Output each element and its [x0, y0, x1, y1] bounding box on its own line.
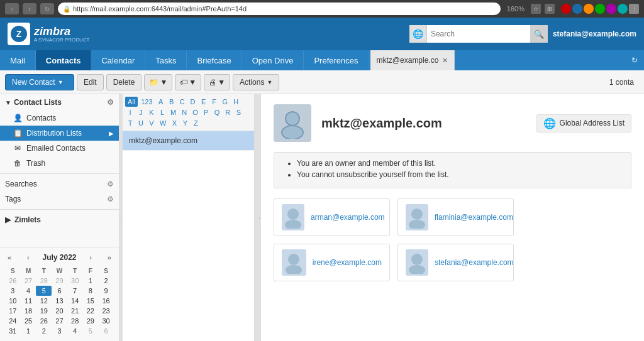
- address-bar[interactable]: 🔒 https://mail.example.com:6443/mail/adm…: [58, 3, 501, 15]
- alpha-btn-123[interactable]: 123: [138, 97, 155, 107]
- cal-day-5-3[interactable]: 3: [52, 326, 67, 336]
- nav-briefcase[interactable]: Briefcase: [187, 50, 242, 70]
- cal-day-4-6[interactable]: 30: [98, 316, 114, 326]
- sidebar-distribution-lists[interactable]: 📋 Distribution Lists ▶: [0, 126, 119, 141]
- alpha-btn-e[interactable]: E: [199, 97, 209, 107]
- nav-calendar[interactable]: Calendar: [91, 50, 145, 70]
- search-input[interactable]: [427, 30, 530, 38]
- alpha-btn-t[interactable]: T: [125, 118, 135, 128]
- nav-contacts[interactable]: Contacts: [36, 50, 92, 70]
- sidebar-zimlets[interactable]: ▶ Zimlets: [0, 212, 119, 227]
- alpha-btn-y[interactable]: Y: [180, 118, 190, 128]
- cal-day-3-4[interactable]: 21: [67, 306, 83, 316]
- back-button[interactable]: ‹: [5, 3, 19, 14]
- cal-day-0-5[interactable]: 1: [83, 276, 99, 286]
- cal-day-0-4[interactable]: 30: [67, 276, 83, 286]
- cal-day-3-1[interactable]: 18: [21, 306, 36, 316]
- tag-button[interactable]: 🏷 ▼: [175, 74, 201, 90]
- cal-day-3-6[interactable]: 23: [98, 306, 114, 316]
- cal-day-3-5[interactable]: 22: [83, 306, 99, 316]
- alpha-btn-i[interactable]: I: [125, 107, 135, 117]
- cal-day-0-0[interactable]: 26: [5, 276, 21, 286]
- cal-day-2-5[interactable]: 15: [83, 296, 99, 306]
- tags-gear-icon[interactable]: ⚙: [107, 195, 114, 203]
- member-email[interactable]: irene@example.com: [313, 258, 382, 267]
- cal-day-5-4[interactable]: 4: [67, 326, 83, 336]
- cal-day-5-1[interactable]: 1: [21, 326, 36, 336]
- close-tab-button[interactable]: ✕: [442, 57, 448, 65]
- cal-day-4-2[interactable]: 26: [36, 316, 52, 326]
- alpha-btn-f[interactable]: F: [209, 97, 219, 107]
- alpha-btn-n[interactable]: N: [179, 107, 189, 117]
- cal-day-1-6[interactable]: 9: [98, 286, 114, 296]
- cal-day-5-5[interactable]: 5: [83, 326, 99, 336]
- cal-day-1-4[interactable]: 7: [67, 286, 83, 296]
- cal-day-0-2[interactable]: 28: [36, 276, 52, 286]
- print-button[interactable]: 🖨 ▼: [204, 74, 230, 90]
- alpha-btn-w[interactable]: W: [157, 118, 169, 128]
- cal-next-button[interactable]: ›: [87, 252, 94, 263]
- alpha-btn-h[interactable]: H: [231, 97, 241, 107]
- cal-day-5-2[interactable]: 2: [36, 326, 52, 336]
- cal-day-4-4[interactable]: 28: [67, 316, 83, 326]
- alpha-btn-g[interactable]: G: [220, 97, 231, 107]
- contact-item[interactable]: mktz@example.com: [123, 131, 254, 151]
- cal-day-3-0[interactable]: 17: [5, 306, 21, 316]
- cal-day-3-2[interactable]: 19: [36, 306, 52, 316]
- alpha-btn-p[interactable]: P: [201, 107, 211, 117]
- alpha-btn-r[interactable]: R: [223, 107, 233, 117]
- alpha-btn-a[interactable]: A: [156, 97, 166, 107]
- member-card[interactable]: stefania@example.com: [397, 244, 514, 281]
- sidebar-emailed-contacts[interactable]: ✉ Emailed Contacts: [0, 141, 119, 156]
- cal-day-4-1[interactable]: 25: [21, 316, 36, 326]
- member-email[interactable]: arman@example.com: [311, 213, 385, 222]
- cal-day-4-5[interactable]: 29: [83, 316, 99, 326]
- cal-day-1-1[interactable]: 4: [21, 286, 36, 296]
- nav-open-tab[interactable]: mktz@example.co ✕: [370, 50, 455, 70]
- cal-day-1-2[interactable]: 5: [36, 286, 52, 296]
- alpha-btn-q[interactable]: Q: [212, 107, 223, 117]
- cal-day-0-1[interactable]: 27: [21, 276, 36, 286]
- forward-button[interactable]: ›: [23, 3, 36, 14]
- member-card[interactable]: arman@example.com: [274, 198, 390, 236]
- cal-day-2-4[interactable]: 14: [67, 296, 83, 306]
- sidebar-contacts[interactable]: 👤 Contacts: [0, 111, 119, 126]
- search-globe-icon[interactable]: 🌐: [409, 25, 427, 43]
- alpha-btn-all[interactable]: All: [125, 97, 138, 107]
- cal-day-5-6[interactable]: 6: [98, 326, 114, 336]
- cal-day-3-3[interactable]: 20: [52, 306, 67, 316]
- alpha-btn-x[interactable]: X: [169, 118, 179, 128]
- alpha-btn-m[interactable]: M: [168, 107, 179, 117]
- cal-day-2-2[interactable]: 12: [36, 296, 52, 306]
- cal-day-2-1[interactable]: 11: [21, 296, 36, 306]
- member-card[interactable]: irene@example.com: [274, 244, 390, 281]
- alpha-btn-u[interactable]: U: [136, 118, 146, 128]
- cal-day-4-0[interactable]: 24: [5, 316, 21, 326]
- cal-day-4-3[interactable]: 27: [52, 316, 67, 326]
- nav-tasks[interactable]: Tasks: [145, 50, 187, 70]
- cal-prev-button[interactable]: ‹: [25, 252, 32, 263]
- cal-next-next-button[interactable]: »: [105, 252, 114, 263]
- searches-gear-icon[interactable]: ⚙: [107, 180, 114, 188]
- nav-open-drive[interactable]: Open Drive: [242, 50, 304, 70]
- delete-button[interactable]: Delete: [106, 74, 142, 90]
- browser-menu[interactable]: ⋮: [629, 4, 639, 14]
- alpha-btn-d[interactable]: D: [188, 97, 198, 107]
- alpha-btn-b[interactable]: B: [167, 97, 177, 107]
- reload-button[interactable]: ↻: [40, 3, 54, 14]
- alpha-btn-o[interactable]: O: [190, 107, 201, 117]
- alpha-btn-s[interactable]: S: [233, 107, 243, 117]
- alpha-btn-j[interactable]: J: [136, 107, 146, 117]
- cal-day-2-0[interactable]: 10: [5, 296, 21, 306]
- alpha-btn-l[interactable]: L: [157, 107, 167, 117]
- alpha-btn-v[interactable]: V: [147, 118, 157, 128]
- move-button[interactable]: 📁 ▼: [144, 74, 172, 90]
- cal-day-5-0[interactable]: 31: [5, 326, 21, 336]
- member-email[interactable]: stefania@example.com: [435, 258, 514, 267]
- member-email[interactable]: flaminia@example.com: [435, 213, 513, 222]
- sidebar-searches[interactable]: Searches ⚙: [0, 176, 119, 192]
- contact-lists-header[interactable]: ▼ Contact Lists ⚙: [0, 94, 119, 111]
- cal-day-2-3[interactable]: 13: [52, 296, 67, 306]
- actions-button[interactable]: Actions ▼: [233, 74, 279, 90]
- member-card[interactable]: flaminia@example.com: [397, 198, 514, 236]
